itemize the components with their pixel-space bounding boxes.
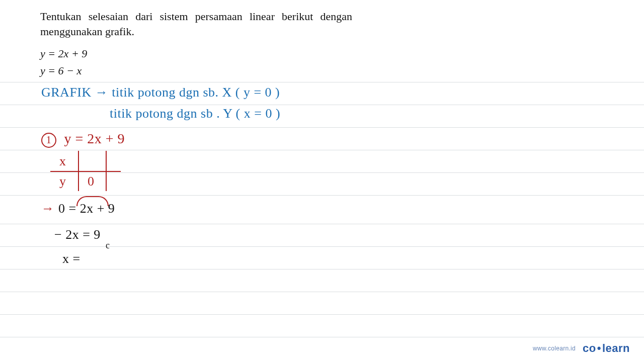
table-vertical-line-2 bbox=[106, 151, 107, 191]
equation-1: y = 2x + 9 bbox=[40, 45, 87, 62]
problem-equations: y = 2x + 9 y = 6 − x bbox=[40, 45, 87, 79]
note-grafik-line-2: titik potong dgn sb . Y ( x = 0 ) bbox=[110, 106, 280, 121]
table-x-label: x bbox=[59, 154, 66, 169]
footer: www.colearn.id co•learn bbox=[533, 342, 630, 355]
table-vertical-line-1 bbox=[78, 151, 79, 191]
footer-url: www.colearn.id bbox=[533, 345, 576, 352]
step-1-equation: y = 2x + 9 bbox=[64, 131, 125, 146]
problem-statement: Tentukan selesaian dari sistem persamaan… bbox=[40, 9, 352, 39]
logo-left: co bbox=[583, 342, 596, 354]
work-equation-c: x = bbox=[62, 251, 80, 266]
logo-dot-icon: • bbox=[596, 342, 602, 354]
table-y-label: y bbox=[59, 174, 66, 189]
equation-2: y = 6 − x bbox=[40, 62, 87, 79]
step-1-heading: 1 y = 2x + 9 bbox=[41, 131, 125, 148]
table-zero-cell: 0 bbox=[88, 174, 95, 189]
arrow-icon: → bbox=[41, 201, 55, 216]
work-equation-a: 0 = 2x + 9 bbox=[58, 201, 115, 216]
note-grafik-line-1: GRAFIK → titik potong dgn sb. X ( y = 0 … bbox=[41, 85, 280, 100]
footer-logo: co•learn bbox=[583, 342, 630, 355]
work-equation-b-sub: c bbox=[106, 240, 110, 251]
step-number-circle: 1 bbox=[41, 133, 56, 148]
xy-table: x y 0 bbox=[50, 151, 121, 191]
logo-right: learn bbox=[602, 342, 630, 354]
work-equation-b: − 2x = 9 bbox=[54, 227, 101, 242]
table-horizontal-line bbox=[50, 171, 121, 172]
